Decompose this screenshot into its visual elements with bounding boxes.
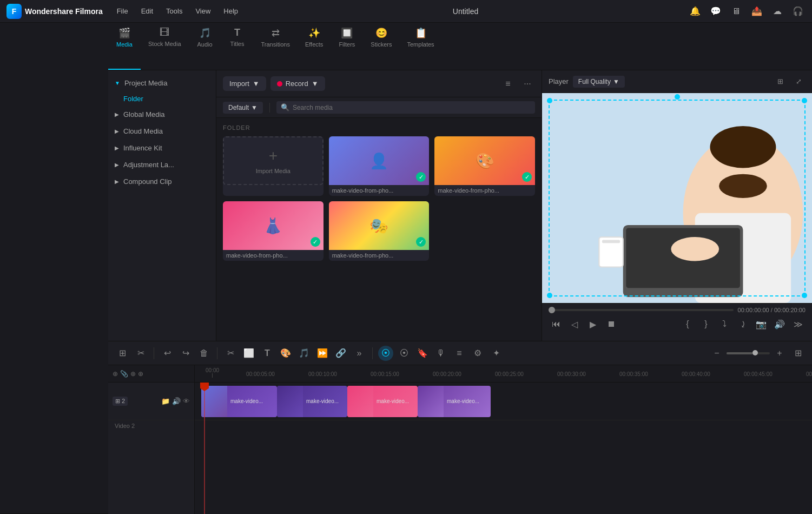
speed-button[interactable]: ⏩: [315, 346, 330, 361]
frame-back-button[interactable]: ◁: [567, 317, 582, 332]
sidebar-sub-folder[interactable]: Folder: [108, 91, 216, 106]
import-media-item[interactable]: + Import Media: [223, 136, 324, 196]
text-tool-button[interactable]: T: [260, 346, 275, 361]
media-thumb-1: 👤 ✓: [329, 136, 430, 185]
track-folder-icon[interactable]: 📁: [161, 397, 170, 405]
video-clip-3[interactable]: make-video...: [347, 386, 418, 417]
timeline-tracks: make-video... make-video... make-video..…: [195, 383, 812, 514]
cloud-media-label: Cloud Media: [123, 127, 209, 135]
media-item-3[interactable]: 👗 ✓ make-video-from-pho...: [223, 201, 324, 261]
track-manager-button[interactable]: ≡: [452, 346, 467, 361]
search-input[interactable]: [293, 104, 531, 111]
monitor-icon[interactable]: 🖥: [729, 4, 744, 19]
import-button[interactable]: Import ▼: [223, 76, 266, 91]
add-track-icon[interactable]: ⊕: [113, 370, 118, 378]
trim-tool-button[interactable]: ✂: [133, 346, 148, 361]
feedback-icon[interactable]: 💬: [708, 4, 723, 19]
sidebar-item-influence-kit[interactable]: ▶ Influence Kit: [108, 140, 216, 156]
sidebar-item-global-media[interactable]: ▶ Global Media: [108, 106, 216, 123]
tl-track-label-text: Video 2: [108, 420, 194, 431]
sidebar-item-cloud-media[interactable]: ▶ Cloud Media: [108, 123, 216, 140]
clip-icon[interactable]: 📎: [120, 370, 128, 378]
default-filter-select[interactable]: Default ▼: [223, 102, 263, 114]
media-item-2[interactable]: 🎨 ✓ make-video-from-pho...: [434, 136, 535, 196]
undo-button[interactable]: ↩: [160, 346, 175, 361]
marker-button[interactable]: 🔖: [415, 346, 430, 361]
tab-titles[interactable]: T Titles: [221, 23, 254, 70]
timeline-ruler[interactable]: 00:00 00:00:05:00 00:00:10:00 00:00:15:0…: [195, 365, 812, 383]
more-options-icon[interactable]: ···: [520, 76, 535, 91]
ruler-mark-20: 00:00:20:00: [433, 370, 461, 378]
tab-audio[interactable]: 🎵 Audio: [189, 23, 221, 70]
grid-layout-button[interactable]: ⊞: [790, 346, 806, 361]
ai-tools-button[interactable]: ✦: [488, 346, 504, 361]
media-item-1[interactable]: 👤 ✓ make-video-from-pho...: [329, 136, 430, 196]
group-tool-button[interactable]: ⊞: [115, 346, 130, 361]
fullscreen-icon[interactable]: ⤢: [791, 75, 806, 89]
mark-in-button[interactable]: {: [680, 317, 695, 332]
tab-stock-media[interactable]: 🎞 Stock Media: [141, 23, 189, 70]
more-ctrl-button[interactable]: ≫: [790, 317, 806, 332]
sidebar-item-compound-clip[interactable]: ▶ Compound Clip: [108, 173, 216, 190]
video-clip-2[interactable]: make-video...: [277, 386, 347, 417]
mark-out-button[interactable]: }: [698, 317, 714, 332]
snapshot-button[interactable]: 📷: [754, 317, 769, 332]
audio-mixer-button[interactable]: 🎵: [296, 346, 312, 361]
track-settings-button[interactable]: ⚙: [470, 346, 485, 361]
zoom-track[interactable]: [727, 352, 770, 354]
tab-effects[interactable]: ✨ Effects: [298, 23, 331, 70]
progress-track[interactable]: [549, 309, 734, 311]
effects-tab-icon: ✨: [308, 27, 320, 39]
play-button[interactable]: ▶: [585, 317, 600, 332]
skip-back-button[interactable]: ⏮: [549, 317, 564, 332]
notification-icon[interactable]: 🔔: [688, 4, 703, 19]
menu-edit[interactable]: Edit: [136, 5, 159, 17]
video-clip-4[interactable]: make-video...: [418, 386, 491, 417]
color-button[interactable]: 🎨: [278, 346, 293, 361]
menu-view[interactable]: View: [190, 5, 216, 17]
app-logo: F Wondershare Filmora: [6, 4, 103, 19]
progress-thumb[interactable]: [549, 307, 555, 313]
playhead-button[interactable]: ⦿: [378, 346, 393, 361]
title-bar: F Wondershare Filmora File Edit Tools Vi…: [0, 0, 812, 23]
zoom-out-button[interactable]: −: [709, 346, 724, 361]
zoom-in-button[interactable]: +: [772, 346, 787, 361]
delete-button[interactable]: 🗑: [196, 346, 212, 361]
tab-transitions[interactable]: ⇄ Transitions: [254, 23, 298, 70]
cut-button[interactable]: ✂: [223, 346, 238, 361]
stop-button[interactable]: ⏹: [604, 317, 619, 332]
redo-button[interactable]: ↪: [178, 346, 193, 361]
tab-media[interactable]: 🎬 Media: [108, 23, 141, 70]
insert-button[interactable]: ⤵: [717, 317, 732, 332]
menu-help[interactable]: Help: [218, 5, 243, 17]
tab-stickers[interactable]: 😊 Stickers: [363, 23, 399, 70]
menu-file[interactable]: File: [111, 5, 134, 17]
tab-filters[interactable]: 🔲 Filters: [331, 23, 363, 70]
grid-view-icon[interactable]: ⊞: [773, 75, 787, 89]
split-icon[interactable]: ⊕: [130, 370, 136, 378]
more-tools-button[interactable]: »: [352, 346, 367, 361]
menu-tools[interactable]: Tools: [161, 5, 188, 17]
media-thumb-2: 🎨 ✓: [434, 136, 535, 185]
track-eye-icon[interactable]: 👁: [183, 397, 190, 405]
crop-button[interactable]: ⬜: [241, 346, 256, 361]
zoom-thumb[interactable]: [752, 350, 758, 355]
merge-icon[interactable]: ⊕: [138, 370, 143, 378]
export-icon[interactable]: 📤: [749, 4, 764, 19]
overwrite-button[interactable]: ⤸: [735, 317, 750, 332]
sidebar-item-adjustment-layer[interactable]: ▶ Adjustment La...: [108, 156, 216, 173]
media-item-4[interactable]: 🎭 ✓ make-video-from-pho...: [329, 201, 430, 261]
video-clip-1[interactable]: make-video...: [201, 386, 277, 417]
track-volume-icon[interactable]: 🔊: [172, 397, 181, 405]
tab-templates[interactable]: 📋 Templates: [399, 23, 441, 70]
headphone-icon[interactable]: 🎧: [790, 4, 806, 19]
link-button[interactable]: 🔗: [333, 346, 348, 361]
audio-record-button[interactable]: 🎙: [433, 346, 448, 361]
quality-select[interactable]: Full Quality ▼: [573, 76, 625, 88]
cloud-icon[interactable]: ☁: [770, 4, 785, 19]
sidebar-item-project-media[interactable]: ▼ Project Media: [108, 75, 216, 91]
volume-button[interactable]: 🔊: [772, 317, 787, 332]
filter-icon-btn[interactable]: ≡: [500, 76, 516, 91]
record-button[interactable]: Record ▼: [270, 76, 325, 91]
snap-button[interactable]: ⦿: [397, 346, 412, 361]
